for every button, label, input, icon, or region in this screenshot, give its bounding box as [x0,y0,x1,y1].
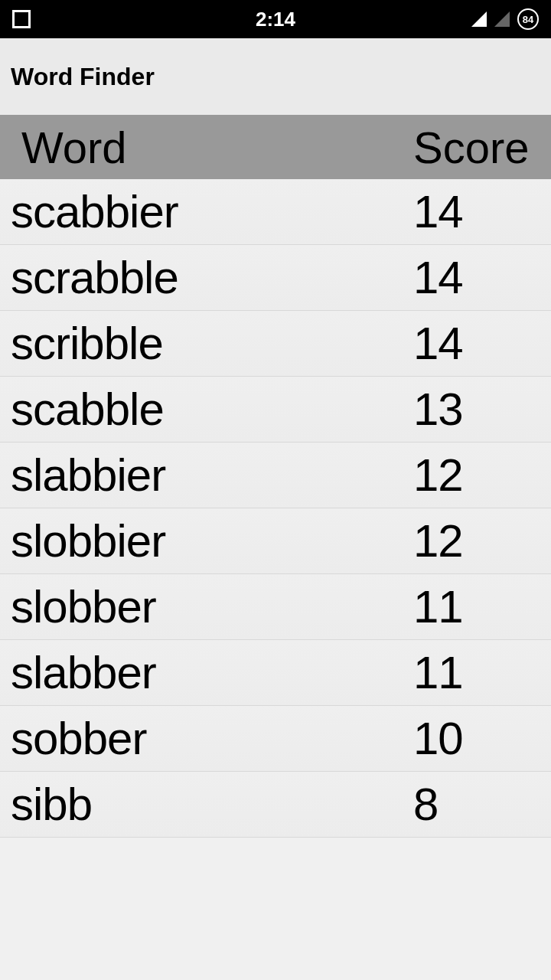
word-cell: slabber [0,646,413,699]
app-title-bar: Word Finder [0,38,551,115]
status-bar: 2:14 84 [0,0,551,38]
word-cell: scribble [0,317,413,370]
table-row[interactable]: sobber 10 [0,706,551,772]
signal-icon-secondary [494,11,510,27]
status-time: 2:14 [256,8,295,31]
table-row[interactable]: scabbier 14 [0,179,551,245]
score-cell: 14 [413,185,551,238]
signal-icon [471,11,487,27]
table-row[interactable]: scabble 13 [0,377,551,443]
app-indicator-icon [12,10,31,28]
word-cell: sibb [0,778,413,831]
app-title: Word Finder [11,63,155,91]
word-cell: scrabble [0,251,413,304]
table-row[interactable]: slabbier 12 [0,443,551,508]
word-cell: sobber [0,712,413,765]
column-header-word: Word [0,122,413,173]
battery-icon: 84 [517,8,539,30]
word-cell: slobbier [0,514,413,567]
column-header-score: Score [413,122,551,173]
score-cell: 12 [413,449,551,501]
table-row[interactable]: scribble 14 [0,311,551,377]
score-cell: 13 [413,383,551,436]
table-row[interactable]: sibb 8 [0,772,551,838]
status-right: 84 [471,8,539,30]
status-left [12,10,31,28]
score-cell: 12 [413,514,551,567]
score-cell: 14 [413,317,551,370]
score-cell: 11 [413,580,551,633]
table-row[interactable]: slobbier 12 [0,508,551,574]
table-row[interactable]: slobber 11 [0,574,551,640]
word-cell: slobber [0,580,413,633]
score-cell: 10 [413,712,551,765]
word-cell: scabbier [0,185,413,238]
word-cell: scabble [0,383,413,436]
table-row[interactable]: scrabble 14 [0,245,551,311]
word-cell: slabbier [0,449,413,501]
score-cell: 11 [413,646,551,699]
table-row[interactable]: slabber 11 [0,640,551,706]
score-cell: 14 [413,251,551,304]
score-cell: 8 [413,778,551,831]
table-header: Word Score [0,115,551,179]
results-list: scabbier 14 scrabble 14 scribble 14 scab… [0,179,551,838]
